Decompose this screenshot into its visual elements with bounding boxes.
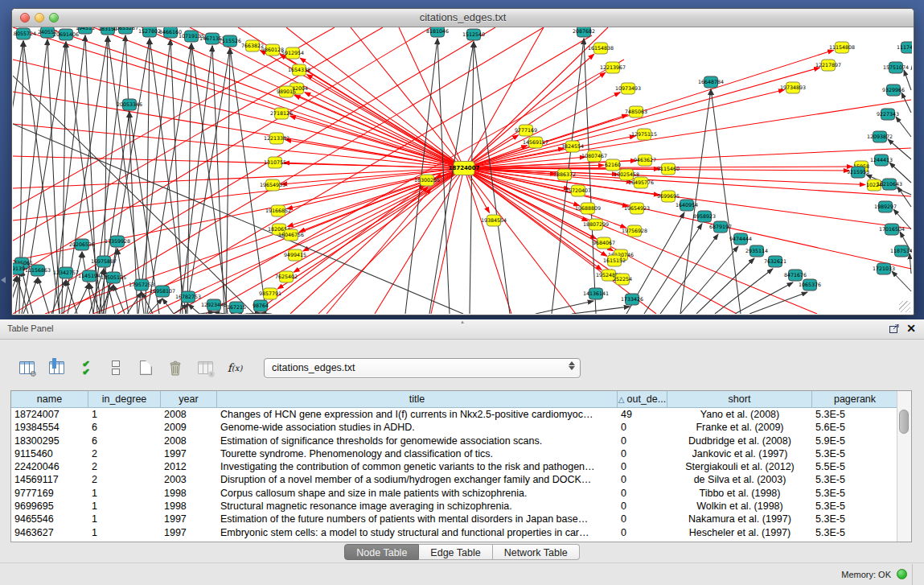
graph-edge[interactable] (464, 90, 784, 168)
cell-pagerank[interactable]: 5.5E-5 (812, 460, 897, 473)
graph-edge[interactable] (246, 313, 261, 314)
citation-network-graph[interactable]: 7663822986012859129541654338234200498901… (13, 27, 912, 314)
graph-node[interactable]: 9699695 (657, 191, 680, 202)
graph-node[interactable]: 16958107 (150, 286, 175, 297)
graph-node[interactable]: 1244413 (870, 154, 893, 166)
select-columns-icon[interactable] (46, 357, 67, 378)
cell-in-degree[interactable]: 1 (88, 526, 161, 539)
graph-node[interactable]: 62160 (605, 159, 621, 171)
column-header-short[interactable]: short (667, 391, 812, 408)
cell-out-de-[interactable]: 0 (618, 500, 667, 513)
cell-title[interactable]: Genome-wide association studies in ADHD. (217, 421, 618, 434)
float-panel-icon[interactable] (889, 324, 899, 333)
graph-edge[interactable] (892, 271, 911, 291)
graph-node[interactable]: 9115460 (657, 163, 680, 175)
table-row[interactable]: 1938455462009Genome-wide association stu… (11, 421, 897, 434)
cell-year[interactable]: 2008 (161, 435, 217, 447)
cell-pagerank[interactable]: 5.3E-5 (812, 447, 897, 460)
cell-year[interactable]: 1997 (161, 513, 217, 525)
cell-name[interactable]: 9777169 (11, 487, 88, 500)
graph-edge[interactable] (113, 285, 125, 314)
graph-edge[interactable] (431, 168, 464, 314)
graph-node[interactable]: 7632621 (764, 256, 786, 267)
graph-node[interactable]: 20691406 (53, 29, 79, 40)
cell-in-degree[interactable]: 1 (88, 500, 161, 513)
graph-node[interactable]: 252254 (613, 274, 632, 285)
graph-edge[interactable] (326, 188, 431, 314)
cell-year[interactable]: 1997 (161, 526, 217, 539)
graph-edge[interactable] (117, 35, 592, 314)
graph-node[interactable]: 1117464 (897, 42, 912, 53)
graph-node[interactable]: 18807299 (583, 219, 609, 230)
cell-year[interactable]: 1997 (161, 447, 217, 460)
graph-node[interactable]: 1615152 (603, 255, 626, 266)
function-builder-icon[interactable]: f(x) (224, 357, 245, 378)
cell-in-degree[interactable]: 2 (88, 460, 161, 473)
column-header-name[interactable]: name (11, 391, 88, 408)
cell-in-degree[interactable]: 1 (88, 408, 161, 421)
cell-year[interactable]: 2009 (161, 421, 217, 434)
tab-network-table[interactable]: Network Table (493, 544, 580, 560)
graph-node[interactable]: 1989297 (874, 201, 897, 212)
graph-edge[interactable] (896, 117, 911, 137)
graph-node[interactable]: 10807467 (581, 150, 607, 162)
cell-pagerank[interactable]: 5.3E-5 (812, 526, 897, 539)
cell-name[interactable]: 9699695 (11, 500, 88, 513)
cell-title[interactable]: Investigating the contribution of common… (217, 460, 618, 473)
graph-node[interactable]: 14136141 (583, 288, 609, 299)
cell-pagerank[interactable]: 5.9E-5 (812, 435, 897, 447)
cell-out-de-[interactable]: 0 (618, 526, 667, 539)
cell-title[interactable]: Corpus callosum shape and size in male p… (217, 487, 618, 500)
table-settings-icon[interactable]: ⚙ (16, 357, 37, 378)
table-row[interactable]: 1456911722003Disruption of a novel membe… (11, 473, 897, 486)
graph-node[interactable]: 19734893 (780, 82, 806, 93)
graph-edge[interactable] (904, 70, 911, 90)
table-row[interactable]: 1872400712008Changes of HCN gene express… (11, 408, 897, 421)
cell-in-degree[interactable]: 6 (88, 421, 161, 434)
cell-year[interactable]: 1998 (161, 487, 217, 500)
graph-node[interactable]: 11154808 (829, 42, 855, 53)
graph-node[interactable]: 9227343 (877, 109, 899, 120)
cell-name[interactable]: 9463627 (11, 526, 88, 539)
graph-node[interactable]: 19654923 (624, 203, 650, 214)
cell-out-de-[interactable]: 0 (618, 421, 667, 434)
table-row[interactable]: 946554611997Estimation of the future num… (11, 513, 897, 525)
cell-name[interactable]: 19384554 (11, 421, 88, 434)
graph-node[interactable]: 12213382 (264, 133, 290, 144)
cell-title[interactable]: Changes of HCN gene expression and I(f) … (217, 408, 618, 421)
cell-out-de-[interactable]: 0 (618, 513, 667, 525)
graph-node[interactable]: 98764 (253, 300, 269, 311)
graph-node[interactable]: 989015 (277, 86, 296, 97)
cell-year[interactable]: 2012 (161, 460, 217, 473)
graph-edge[interactable] (38, 278, 49, 314)
graph-node[interactable]: 9474444 (729, 233, 752, 245)
cell-out-de-[interactable]: 49 (618, 408, 667, 421)
cell-title[interactable]: Estimation of the future numbers of pati… (217, 513, 618, 525)
graph-node[interactable]: 7886372 (553, 169, 576, 180)
graph-node[interactable]: 1733426 (621, 294, 643, 305)
graph-node[interactable]: 1065376 (799, 279, 821, 290)
graph-edge[interactable] (572, 307, 630, 314)
cell-name[interactable]: 18300295 (11, 435, 88, 447)
graph-node[interactable]: 8181046 (426, 27, 449, 37)
select-all-icon[interactable]: ✔✔ (76, 357, 97, 378)
graph-node[interactable]: 2718126 (270, 108, 293, 119)
window-resize-grip[interactable] (899, 301, 910, 312)
delete-table-icon[interactable]: x (195, 357, 216, 378)
collapse-left-panel-icon[interactable] (1, 277, 6, 283)
graph-node[interactable]: 1310755 (264, 157, 286, 168)
table-row[interactable]: 2242004622012Investigating the contribut… (11, 460, 897, 473)
cell-in-degree[interactable]: 1 (88, 513, 161, 525)
graph-node[interactable]: 12217897 (815, 60, 841, 71)
graph-node[interactable]: 10688809 (575, 203, 601, 214)
graph-node[interactable]: 167215 (227, 302, 246, 313)
cell-name[interactable]: 18724007 (11, 408, 88, 421)
graph-edge[interactable] (13, 76, 254, 314)
cell-out-de-[interactable]: 0 (618, 487, 667, 500)
delete-rows-icon[interactable] (165, 357, 186, 378)
table-row[interactable]: 977716911998Corpus callosum shape and si… (11, 487, 897, 500)
graph-node[interactable]: 18055724 (13, 28, 36, 39)
graph-edge[interactable] (150, 168, 464, 314)
cell-pagerank[interactable]: 5.3E-5 (812, 487, 897, 500)
cell-title[interactable]: Estimation of significance thresholds fo… (217, 435, 618, 447)
